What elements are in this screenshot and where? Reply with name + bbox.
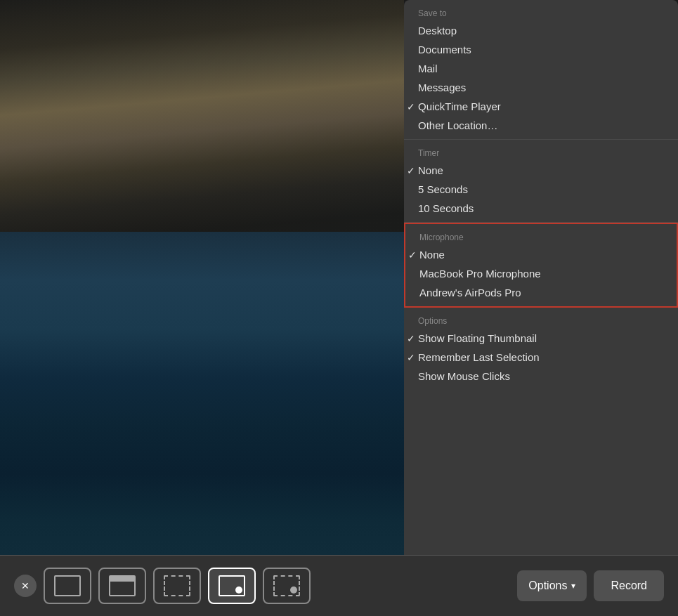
menu-item-floating-thumbnail[interactable]: ✓ Show Floating Thumbnail: [404, 329, 678, 348]
microphone-label: Microphone: [405, 228, 677, 245]
options-button-label: Options: [528, 579, 567, 592]
record-button-label: Record: [611, 579, 647, 591]
timer-section: Timer ✓ None 5 Seconds 10 Seconds: [404, 140, 678, 223]
menu-item-timer-none[interactable]: ✓ None: [404, 161, 678, 180]
menu-item-documents[interactable]: Documents: [404, 40, 678, 59]
macbook-mic-label: MacBook Pro Microphone: [419, 268, 541, 280]
capture-fullscreen-button[interactable]: [44, 568, 91, 604]
other-location-label: Other Location…: [418, 119, 497, 131]
timer-label: Timer: [404, 144, 678, 161]
quicktime-label: QuickTime Player: [418, 100, 501, 112]
dropdown-menu: Save to Desktop Documents Mail Messages …: [404, 0, 678, 555]
options-section: Options ✓ Show Floating Thumbnail ✓ Reme…: [404, 308, 678, 390]
selection-icon: [164, 575, 190, 596]
menu-item-mail[interactable]: Mail: [404, 59, 678, 78]
options-section-label: Options: [404, 312, 678, 329]
messages-label: Messages: [418, 81, 466, 93]
menu-item-quicktime[interactable]: ✓ QuickTime Player: [404, 97, 678, 116]
menu-item-desktop[interactable]: Desktop: [404, 21, 678, 40]
screen-record-icon: [219, 575, 245, 596]
mic-none-check-icon: ✓: [408, 249, 417, 261]
mail-label: Mail: [418, 63, 438, 74]
menu-item-airpods[interactable]: Andrew's AirPods Pro: [405, 283, 677, 302]
menu-item-remember-selection[interactable]: ✓ Remember Last Selection: [404, 348, 678, 367]
timer-none-label: None: [418, 164, 443, 176]
airpods-label: Andrew's AirPods Pro: [419, 287, 521, 299]
window-icon: [109, 575, 136, 596]
mic-none-label: None: [419, 249, 445, 261]
menu-item-10s[interactable]: 10 Seconds: [404, 199, 678, 218]
5s-label: 5 Seconds: [418, 183, 468, 195]
desktop-label: Desktop: [418, 25, 457, 37]
timer-none-check-icon: ✓: [407, 165, 415, 176]
floating-thumbnail-label: Show Floating Thumbnail: [418, 332, 537, 344]
10s-label: 10 Seconds: [418, 202, 474, 214]
record-screen-button[interactable]: [208, 568, 256, 604]
menu-item-messages[interactable]: Messages: [404, 78, 678, 97]
water-texture: [0, 232, 404, 555]
record-selection-button[interactable]: [263, 568, 311, 604]
menu-item-mic-none[interactable]: ✓ None: [405, 245, 677, 264]
remember-selection-check-icon: ✓: [407, 352, 415, 363]
record-button[interactable]: Record: [594, 570, 664, 601]
close-button[interactable]: [14, 575, 37, 597]
selection-record-icon: [273, 575, 300, 596]
menu-item-macbook-mic[interactable]: MacBook Pro Microphone: [405, 264, 677, 283]
remember-selection-label: Remember Last Selection: [418, 351, 540, 363]
menu-item-other-location[interactable]: Other Location…: [404, 116, 678, 135]
chevron-down-icon: ▾: [571, 581, 575, 591]
fullscreen-icon: [54, 575, 81, 596]
documents-label: Documents: [418, 44, 471, 55]
menu-item-mouse-clicks[interactable]: Show Mouse Clicks: [404, 367, 678, 386]
capture-window-button[interactable]: [98, 568, 146, 604]
quicktime-check-icon: ✓: [407, 101, 415, 112]
menu-item-5s[interactable]: 5 Seconds: [404, 180, 678, 199]
save-to-label: Save to: [404, 4, 678, 21]
microphone-section: Microphone ✓ None MacBook Pro Microphone…: [404, 223, 678, 308]
options-button[interactable]: Options ▾: [517, 570, 587, 601]
capture-selection-button[interactable]: [153, 568, 201, 604]
save-to-section: Save to Desktop Documents Mail Messages …: [404, 0, 678, 140]
mouse-clicks-label: Show Mouse Clicks: [418, 370, 510, 382]
floating-thumbnail-check-icon: ✓: [407, 333, 415, 344]
toolbar: Options ▾ Record: [0, 555, 678, 616]
